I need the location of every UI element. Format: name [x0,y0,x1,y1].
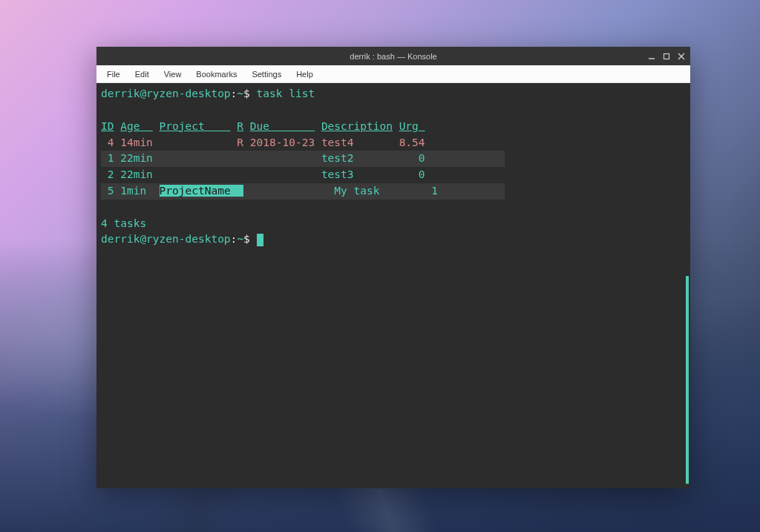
table-row: 1 22min test2 0 [101,151,686,167]
cell-urg: 0 [399,152,425,164]
cell-due [263,185,327,197]
blank-line [101,200,686,216]
prompt-user: derrik@ryzen-desktop [101,88,231,99]
cell-project: ProjectName [160,185,244,197]
prompt-line-2: derrik@ryzen-desktop:~$ [101,231,686,248]
cell-urg: 8.54 [399,137,425,148]
titlebar[interactable]: derrik : bash — Konsole [96,47,690,65]
cell-urg: 0 [399,168,425,180]
blank-line [101,102,686,119]
prompt-path: ~ [237,88,243,99]
cell-urg: 1 [412,185,438,197]
cell-age: 22min [120,152,153,164]
close-icon [678,53,685,60]
close-button[interactable] [675,50,687,62]
cell-description: test3 [321,168,393,180]
table-row: 5 1min ProjectName My task 1 [101,183,686,200]
table-row: 4 14min R 2018-10-23 test4 8.54 [101,135,686,151]
menu-file[interactable]: File [99,68,128,81]
cell-age: 14min [120,137,153,148]
command-text: task list [257,88,315,99]
cell-r: R [237,137,243,148]
header-due: Due [250,120,315,132]
cell-description: My task [334,185,405,197]
minimize-icon [648,53,655,60]
cell-r [237,152,243,164]
menu-edit[interactable]: Edit [128,68,157,81]
konsole-window: derrik : bash — Konsole File Edit View B… [96,47,690,488]
svg-rect-1 [664,53,669,59]
cell-description: test4 [321,137,393,148]
cell-due [250,152,315,164]
cell-age: 1min [120,185,153,197]
maximize-button[interactable] [661,50,672,62]
prompt-line-1: derrik@ryzen-desktop:~$ task list [101,86,686,102]
header-age: Age [120,120,153,132]
prompt-path: ~ [237,233,243,245]
scrollbar[interactable] [686,276,689,484]
prompt-user: derrik@ryzen-desktop [101,233,231,245]
cell-id: 5 [101,185,114,197]
minimize-button[interactable] [646,50,658,62]
window-controls [646,47,687,65]
cell-project [160,168,231,180]
cell-r [237,168,243,180]
prompt-symbol: $ [243,233,250,245]
menu-bookmarks[interactable]: Bookmarks [189,68,244,81]
cell-description: test2 [321,152,393,164]
cell-id: 4 [101,137,114,148]
table-header-row: ID Age Project R Due Description Urg [101,119,686,135]
menu-view[interactable]: View [157,68,189,81]
menubar: File Edit View Bookmarks Settings Help [96,65,690,83]
menu-help[interactable]: Help [289,68,321,81]
table-row: 2 22min test3 0 [101,167,686,183]
cell-project [160,137,231,148]
cell-due [250,168,315,180]
cell-id: 1 [101,152,114,164]
cell-id: 2 [101,168,114,180]
cursor [257,234,263,246]
header-description: Description [321,120,393,132]
header-r: R [237,120,243,132]
prompt-symbol: $ [243,88,250,99]
cell-project [160,152,231,164]
summary-line: 4 tasks [101,216,686,232]
window-title: derrik : bash — Konsole [350,52,436,61]
maximize-icon [663,53,670,60]
header-project: Project [160,120,231,132]
cell-r [250,185,257,197]
header-urg: Urg [399,120,425,132]
cell-due: 2018-10-23 [250,137,315,148]
terminal-area[interactable]: derrik@ryzen-desktop:~$ task list ID Age… [96,83,690,488]
header-id: ID [101,120,114,132]
menu-settings[interactable]: Settings [244,68,289,81]
cell-age: 22min [120,168,153,180]
